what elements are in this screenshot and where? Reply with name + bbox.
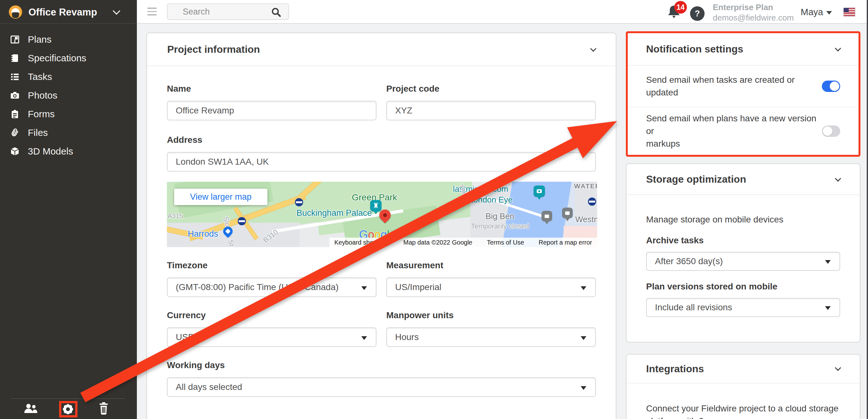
- toggle-knob: [823, 126, 832, 136]
- search-input[interactable]: [167, 4, 288, 19]
- chevron-down-icon: [826, 11, 832, 14]
- scrollbar[interactable]: [867, 0, 868, 419]
- dropdown-caret-icon: [581, 286, 586, 290]
- map-label-big-ben: Big Ben: [486, 212, 514, 221]
- chevron-down-icon[interactable]: [835, 175, 841, 182]
- plan-name: Enterprise Plan: [713, 3, 794, 12]
- specifications-icon: [10, 54, 20, 63]
- working-days-select[interactable]: All days selected: [167, 377, 596, 397]
- archive-tasks-label: Archive tasks: [646, 235, 840, 246]
- report-map-error-link[interactable]: Report a map error: [539, 239, 592, 246]
- name-label: Name: [167, 84, 376, 94]
- toggle-label: Send email when tasks are created or upd…: [646, 74, 822, 99]
- chevron-down-icon[interactable]: [590, 45, 596, 52]
- sidebar: Office Revamp Plans Specifications Tasks…: [0, 0, 137, 419]
- archive-tasks-select[interactable]: After 3650 day(s): [646, 252, 840, 271]
- fieldwire-logo-icon: [9, 5, 22, 19]
- integrations-header[interactable]: Integrations: [626, 355, 860, 383]
- keyboard-shortcuts-link[interactable]: Keyboard shortcuts: [335, 239, 389, 246]
- project-switcher[interactable]: Office Revamp: [0, 0, 137, 24]
- search-icon[interactable]: [271, 7, 281, 19]
- project-information-header[interactable]: Project information: [147, 33, 616, 66]
- email-plans-toggle[interactable]: [822, 125, 840, 137]
- manpower-units-select[interactable]: Hours: [386, 327, 596, 347]
- language-flag-icon[interactable]: [844, 8, 855, 16]
- panel-title: Notification settings: [646, 43, 743, 55]
- view-larger-map-button[interactable]: View larger map: [174, 189, 268, 205]
- dropdown-caret-icon: [825, 306, 831, 310]
- hamburger-menu-icon[interactable]: [147, 8, 157, 18]
- terms-of-use-link[interactable]: Terms of Use: [487, 239, 524, 246]
- timezone-select[interactable]: (GMT-08:00) Pacific Time (US & Canada): [167, 278, 376, 297]
- underground-station-icon[interactable]: [238, 217, 246, 225]
- notification-count-badge[interactable]: 14: [674, 1, 687, 13]
- map-data-text: Map data ©2022 Google: [403, 239, 472, 246]
- account-email: demos@fieldwire.com: [713, 13, 794, 23]
- manpower-units-label: Manpower units: [386, 310, 596, 320]
- project-information-panel: Project information Name Project code Ad…: [146, 33, 616, 419]
- measurement-select[interactable]: US/Imperial: [386, 278, 596, 297]
- currency-label: Currency: [167, 310, 376, 320]
- storage-description: Manage storage on mobile devices: [646, 215, 840, 225]
- sidebar-item-plans[interactable]: Plans: [0, 30, 137, 49]
- right-column: Notification settings Send email when ta…: [626, 31, 860, 419]
- buckingham-palace-pin-icon[interactable]: ♜: [370, 200, 381, 212]
- map-label-buckingham-palace: Buckingham Palace: [297, 208, 372, 218]
- name-field[interactable]: [167, 101, 376, 120]
- help-button[interactable]: ?: [690, 6, 705, 21]
- chevron-down-icon[interactable]: [835, 45, 841, 52]
- dropdown-caret-icon: [825, 260, 831, 264]
- measurement-label: Measurement: [386, 260, 596, 270]
- map-label-waterloo: WATER: [574, 182, 597, 190]
- sidebar-item-label: Tasks: [28, 71, 52, 82]
- 3d-models-icon: [10, 147, 20, 156]
- london-eye-pin-icon[interactable]: [533, 186, 545, 197]
- address-field[interactable]: [167, 153, 595, 171]
- plan-info: Enterprise Plan demos@fieldwire.com: [713, 3, 794, 23]
- timezone-label: Timezone: [167, 260, 376, 270]
- plan-versions-label: Plan versions stored on mobile: [646, 282, 840, 292]
- sidebar-item-files[interactable]: Files: [0, 123, 137, 142]
- integrations-panel: Integrations Connect your Fieldwire proj…: [626, 354, 860, 419]
- storage-optimization-header[interactable]: Storage optimization: [626, 164, 860, 195]
- currency-select[interactable]: USD: [167, 327, 376, 347]
- google-map[interactable]: View larger map Green Park lastminute.co…: [167, 182, 597, 247]
- forms-icon: [10, 109, 20, 119]
- address-label: Address: [167, 135, 596, 145]
- sidebar-item-photos[interactable]: Photos: [0, 86, 137, 105]
- sidebar-item-label: Files: [28, 127, 48, 138]
- user-menu[interactable]: Maya: [801, 7, 832, 18]
- chevron-down-icon[interactable]: [113, 7, 120, 14]
- map-label-westminster: Westminster Br: [575, 215, 597, 224]
- big-ben-pin-icon[interactable]: [541, 211, 552, 222]
- dropdown-caret-icon: [361, 286, 367, 290]
- search-box: [167, 3, 289, 20]
- toggle-knob: [830, 82, 839, 91]
- project-title: Office Revamp: [28, 7, 97, 18]
- notification-settings-header[interactable]: Notification settings: [628, 33, 859, 65]
- project-code-field[interactable]: [387, 101, 595, 120]
- sidebar-item-specifications[interactable]: Specifications: [0, 49, 137, 67]
- westminster-pin-icon[interactable]: [562, 207, 573, 218]
- sidebar-nav: Plans Specifications Tasks Photos Forms …: [0, 24, 137, 161]
- sidebar-item-label: Plans: [28, 34, 52, 45]
- chevron-down-icon[interactable]: [835, 365, 841, 371]
- sidebar-item-forms[interactable]: Forms: [0, 105, 137, 123]
- working-days-label: Working days: [167, 360, 596, 370]
- dropdown-caret-icon: [581, 336, 586, 340]
- underground-station-icon[interactable]: [295, 198, 303, 206]
- toggle-label: Send email when plans have a new version…: [646, 112, 822, 150]
- notification-settings-panel: Notification settings Send email when ta…: [626, 31, 860, 157]
- sidebar-item-tasks[interactable]: Tasks: [0, 67, 137, 86]
- plans-icon: [10, 35, 20, 44]
- sidebar-item-label: Photos: [28, 90, 57, 101]
- people-button[interactable]: [23, 402, 38, 416]
- main-content: Project information Name Project code Ad…: [137, 24, 868, 419]
- storage-optimization-panel: Storage optimization Manage storage on m…: [626, 163, 860, 343]
- plan-versions-select[interactable]: Include all revisions: [646, 298, 840, 317]
- dropdown-caret-icon: [361, 336, 367, 340]
- underground-station-icon[interactable]: [588, 197, 596, 206]
- email-tasks-toggle[interactable]: [822, 80, 840, 92]
- sidebar-item-3d-models[interactable]: 3D Models: [0, 142, 137, 161]
- delete-project-trash-button[interactable]: [97, 401, 110, 416]
